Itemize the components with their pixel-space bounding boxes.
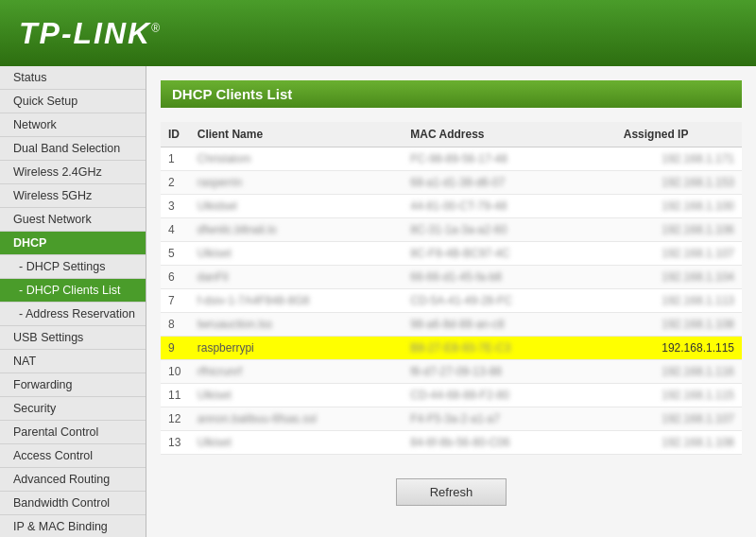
cell-name: Chrislalom bbox=[190, 147, 404, 171]
cell-mac: 84-6f-8b-56-80-C06 bbox=[403, 431, 616, 455]
cell-ip: 192.168.1.108 bbox=[616, 313, 742, 337]
table-row: 6danFil66-66-d1-45-fa-b8192.168.1.104 bbox=[161, 266, 742, 289]
table-row: 9raspberrypiB8-27-E8-93-7E-C3192.168.1.1… bbox=[161, 337, 742, 360]
cell-mac: FC-98-89-56-17-48 bbox=[403, 147, 616, 171]
button-area: Refresh bbox=[161, 469, 742, 515]
sidebar-item-status[interactable]: Status bbox=[0, 66, 146, 90]
sidebar: StatusQuick SetupNetworkDual Band Select… bbox=[0, 66, 146, 537]
cell-id: 7 bbox=[161, 289, 190, 313]
cell-name: annon.balibuu-6fsas.ssl bbox=[190, 407, 404, 431]
cell-id: 8 bbox=[161, 313, 190, 337]
cell-id: 4 bbox=[161, 218, 190, 242]
page-title: DHCP Clients List bbox=[161, 80, 742, 108]
logo: TP-LINK® bbox=[19, 16, 162, 51]
sidebar-item-network[interactable]: Network bbox=[0, 113, 146, 137]
cell-mac: B8-27-E8-93-7E-C3 bbox=[403, 337, 616, 360]
sidebar-item-dual-band[interactable]: Dual Band Selection bbox=[0, 137, 146, 161]
col-name: Client Name bbox=[190, 122, 404, 147]
cell-ip: 192.168.1.115 bbox=[616, 337, 742, 360]
cell-mac: F4-F5-3a-2-a1-a7 bbox=[403, 407, 616, 431]
cell-mac: CD-44-68-88-F2-80 bbox=[403, 384, 616, 407]
cell-id: 12 bbox=[161, 407, 190, 431]
sidebar-item-address-reservation[interactable]: - Address Reservation bbox=[0, 303, 146, 326]
cell-ip: 192.168.1.104 bbox=[616, 266, 742, 289]
cell-ip: 192.168.1.113 bbox=[616, 289, 742, 313]
cell-name: danFil bbox=[190, 266, 404, 289]
cell-ip: 192.168.1.100 bbox=[616, 195, 742, 218]
table-row: 8twruauction.lss98-a6-8d-88-an-c8192.168… bbox=[161, 313, 742, 337]
cell-name: dfwnilc.bltnali.lo bbox=[190, 218, 404, 242]
page-title-text: DHCP Clients List bbox=[172, 86, 292, 102]
table-header: ID Client Name MAC Address Assigned IP bbox=[161, 122, 742, 147]
sidebar-item-guest-network[interactable]: Guest Network bbox=[0, 208, 146, 232]
cell-id: 5 bbox=[161, 242, 190, 266]
table-row: 13Ulkiset84-6f-8b-56-80-C06192.168.1.108 bbox=[161, 431, 742, 455]
cell-id: 10 bbox=[161, 360, 190, 384]
sidebar-item-wireless-5[interactable]: Wireless 5GHz bbox=[0, 184, 146, 208]
sidebar-item-wireless-24[interactable]: Wireless 2.4GHz bbox=[0, 161, 146, 184]
layout: StatusQuick SetupNetworkDual Band Select… bbox=[0, 66, 756, 537]
cell-mac: 66-66-d1-45-fa-b8 bbox=[403, 266, 616, 289]
cell-name: Ulkidsel bbox=[190, 195, 404, 218]
cell-mac: 44-81-00-CT-79-48 bbox=[403, 195, 616, 218]
sidebar-item-dhcp-clients[interactable]: - DHCP Clients List bbox=[0, 279, 146, 303]
cell-ip: 192.168.1.153 bbox=[616, 171, 742, 195]
sidebar-item-access-control[interactable]: Access Control bbox=[0, 444, 146, 468]
sidebar-item-dhcp[interactable]: DHCP bbox=[0, 232, 146, 255]
table-row: 12annon.balibuu-6fsas.sslF4-F5-3a-2-a1-a… bbox=[161, 407, 742, 431]
cell-ip: 192.168.1.171 bbox=[616, 147, 742, 171]
cell-id: 2 bbox=[161, 171, 190, 195]
refresh-button[interactable]: Refresh bbox=[396, 478, 507, 506]
table-row: 11UlkisetCD-44-68-88-F2-80192.168.1.115 bbox=[161, 384, 742, 407]
sidebar-item-bandwidth-control[interactable]: Bandwidth Control bbox=[0, 492, 146, 515]
cell-ip: 192.168.1.108 bbox=[616, 431, 742, 455]
table-row: 7f-dsiv-1-7A4F848-8G8CD-5A-41-49-28-FC19… bbox=[161, 289, 742, 313]
sidebar-item-quick-setup[interactable]: Quick Setup bbox=[0, 90, 146, 113]
col-mac: MAC Address bbox=[403, 122, 616, 147]
cell-name: rfhicrunrf bbox=[190, 360, 404, 384]
cell-name: twruauction.lss bbox=[190, 313, 404, 337]
sidebar-item-ip-mac-binding[interactable]: IP & MAC Binding bbox=[0, 515, 146, 537]
table-row: 5Ulkiset8C-F8-4B-BC97-4C192.168.1.107 bbox=[161, 242, 742, 266]
cell-mac: 8C-31-1a-3a-a2-60 bbox=[403, 218, 616, 242]
cell-ip: 192.168.1.116 bbox=[616, 360, 742, 384]
cell-id: 13 bbox=[161, 431, 190, 455]
cell-name: raspberrypi bbox=[190, 337, 404, 360]
header: TP-LINK® bbox=[0, 0, 756, 66]
cell-id: 3 bbox=[161, 195, 190, 218]
table-row: 4dfwnilc.bltnali.lo8C-31-1a-3a-a2-60192.… bbox=[161, 218, 742, 242]
cell-mac: CD-5A-41-49-28-FC bbox=[403, 289, 616, 313]
table-row: 3Ulkidsel44-81-00-CT-79-48192.168.1.100 bbox=[161, 195, 742, 218]
main-content: DHCP Clients List ID Client Name MAC Add… bbox=[146, 66, 756, 537]
cell-name: Ulkiset bbox=[190, 242, 404, 266]
cell-ip: 192.168.1.107 bbox=[616, 407, 742, 431]
sidebar-item-parental-control[interactable]: Parental Control bbox=[0, 421, 146, 444]
cell-mac: f8-d7-27-09-13-88 bbox=[403, 360, 616, 384]
header-row: ID Client Name MAC Address Assigned IP bbox=[161, 122, 742, 147]
sidebar-item-forwarding[interactable]: Forwarding bbox=[0, 373, 146, 397]
logo-tm: ® bbox=[151, 22, 162, 35]
col-id: ID bbox=[161, 122, 190, 147]
sidebar-item-advanced-routing[interactable]: Advanced Routing bbox=[0, 468, 146, 492]
sidebar-item-dhcp-settings[interactable]: - DHCP Settings bbox=[0, 255, 146, 279]
cell-name: Ulkiset bbox=[190, 384, 404, 407]
table-row: 1ChrislalomFC-98-89-56-17-48192.168.1.17… bbox=[161, 147, 742, 171]
cell-name: f-dsiv-1-7A4F848-8G8 bbox=[190, 289, 404, 313]
cell-ip: 192.168.1.106 bbox=[616, 218, 742, 242]
cell-mac: 8C-F8-4B-BC97-4C bbox=[403, 242, 616, 266]
cell-id: 11 bbox=[161, 384, 190, 407]
sidebar-item-usb-settings[interactable]: USB Settings bbox=[0, 326, 146, 350]
col-ip: Assigned IP bbox=[616, 122, 742, 147]
sidebar-item-nat[interactable]: NAT bbox=[0, 350, 146, 373]
cell-id: 1 bbox=[161, 147, 190, 171]
cell-name: Ulkiset bbox=[190, 431, 404, 455]
cell-mac: 68-a1-d1-38-d6-07 bbox=[403, 171, 616, 195]
cell-mac: 98-a6-8d-88-an-c8 bbox=[403, 313, 616, 337]
table-body: 1ChrislalomFC-98-89-56-17-48192.168.1.17… bbox=[161, 147, 742, 455]
sidebar-item-security[interactable]: Security bbox=[0, 397, 146, 421]
logo-text: TP-LINK bbox=[19, 16, 151, 50]
cell-name: rasperrin bbox=[190, 171, 404, 195]
table-row: 2rasperrin68-a1-d1-38-d6-07192.168.1.153 bbox=[161, 171, 742, 195]
cell-id: 6 bbox=[161, 266, 190, 289]
clients-table: ID Client Name MAC Address Assigned IP 1… bbox=[161, 122, 742, 455]
